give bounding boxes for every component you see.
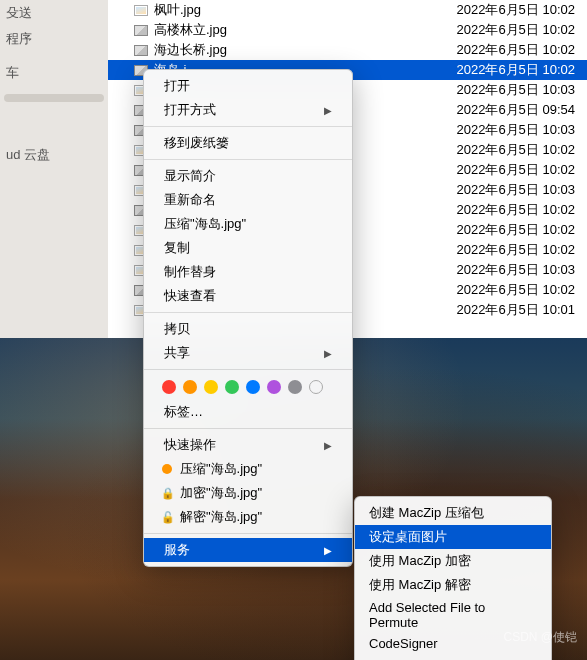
sidebar-item[interactable]: 车	[0, 60, 108, 86]
file-date: 2022年6月5日 10:02	[423, 21, 583, 39]
file-date: 2022年6月5日 10:03	[423, 81, 583, 99]
menu-duplicate[interactable]: 复制	[144, 236, 352, 260]
chevron-right-icon: ▶	[324, 105, 332, 116]
file-date: 2022年6月5日 10:02	[423, 221, 583, 239]
file-date: 2022年6月5日 10:02	[423, 1, 583, 19]
file-date: 2022年6月5日 10:02	[423, 201, 583, 219]
sidebar: 殳送 程序 车 ud 云盘	[0, 0, 108, 338]
context-menu: 打开 打开方式▶ 移到废纸篓 显示简介 重新命名 压缩"海岛.jpg" 复制 制…	[143, 69, 353, 567]
menu-qa-compress[interactable]: 压缩"海岛.jpg"	[144, 457, 352, 481]
menu-copy[interactable]: 拷贝	[144, 317, 352, 341]
file-date: 2022年6月5日 09:54	[423, 101, 583, 119]
sidebar-item[interactable]: 程序	[0, 26, 108, 52]
submenu-item[interactable]: 创建 MacZip 压缩包	[355, 501, 551, 525]
submenu-item[interactable]: 设定桌面图片	[355, 525, 551, 549]
unlock-icon: 🔓	[161, 511, 175, 524]
chevron-right-icon: ▶	[324, 348, 332, 359]
tag-color-circle[interactable]	[288, 380, 302, 394]
tag-color-circle[interactable]	[225, 380, 239, 394]
tags-row	[144, 374, 352, 400]
menu-open-with[interactable]: 打开方式▶	[144, 98, 352, 122]
menu-services[interactable]: 服务▶	[144, 538, 352, 562]
file-name: 高楼林立.jpg	[148, 21, 423, 39]
menu-quick-look[interactable]: 快速查看	[144, 284, 352, 308]
lock-icon: 🔒	[161, 487, 175, 500]
menu-rename[interactable]: 重新命名	[144, 188, 352, 212]
menu-separator	[144, 312, 352, 313]
submenu-item[interactable]: 使用 MacZip 加密	[355, 549, 551, 573]
menu-separator	[144, 369, 352, 370]
file-date: 2022年6月5日 10:02	[423, 281, 583, 299]
tag-color-circle[interactable]	[204, 380, 218, 394]
tag-color-circle[interactable]	[267, 380, 281, 394]
submenu-item[interactable]: Open URL with Downie	[355, 654, 551, 660]
sidebar-item-selected[interactable]	[4, 94, 104, 102]
tag-add-circle[interactable]	[309, 380, 323, 394]
file-date: 2022年6月5日 10:03	[423, 181, 583, 199]
menu-compress[interactable]: 压缩"海岛.jpg"	[144, 212, 352, 236]
file-name: 枫叶.jpg	[148, 1, 423, 19]
menu-get-info[interactable]: 显示简介	[144, 164, 352, 188]
file-row[interactable]: 高楼林立.jpg2022年6月5日 10:02	[108, 20, 587, 40]
menu-qa-encrypt[interactable]: 🔒加密"海岛.jpg"	[144, 481, 352, 505]
sidebar-item[interactable]	[0, 52, 108, 60]
dot-icon	[162, 464, 172, 474]
menu-tags[interactable]: 标签…	[144, 400, 352, 424]
menu-separator	[144, 126, 352, 127]
tag-color-circle[interactable]	[162, 380, 176, 394]
file-date: 2022年6月5日 10:03	[423, 261, 583, 279]
image-file-icon	[134, 25, 148, 36]
menu-separator	[144, 533, 352, 534]
sidebar-item[interactable]: 殳送	[0, 0, 108, 26]
tag-color-circle[interactable]	[183, 380, 197, 394]
menu-move-to-trash[interactable]: 移到废纸篓	[144, 131, 352, 155]
chevron-right-icon: ▶	[324, 545, 332, 556]
file-row[interactable]: 海边长桥.jpg2022年6月5日 10:02	[108, 40, 587, 60]
menu-share[interactable]: 共享▶	[144, 341, 352, 365]
file-date: 2022年6月5日 10:02	[423, 41, 583, 59]
file-date: 2022年6月5日 10:02	[423, 241, 583, 259]
menu-open[interactable]: 打开	[144, 74, 352, 98]
menu-make-alias[interactable]: 制作替身	[144, 260, 352, 284]
file-date: 2022年6月5日 10:01	[423, 301, 583, 319]
menu-separator	[144, 159, 352, 160]
submenu-item[interactable]: Add Selected File to Permute	[355, 597, 551, 633]
file-name: 海边长桥.jpg	[148, 41, 423, 59]
file-date: 2022年6月5日 10:02	[423, 161, 583, 179]
watermark: CSDN @使铠	[503, 629, 577, 646]
tag-color-circle[interactable]	[246, 380, 260, 394]
chevron-right-icon: ▶	[324, 440, 332, 451]
file-date: 2022年6月5日 10:02	[423, 61, 583, 79]
image-file-icon	[134, 45, 148, 56]
file-row[interactable]: 枫叶.jpg2022年6月5日 10:02	[108, 0, 587, 20]
menu-quick-actions[interactable]: 快速操作▶	[144, 433, 352, 457]
file-date: 2022年6月5日 10:03	[423, 121, 583, 139]
file-date: 2022年6月5日 10:02	[423, 141, 583, 159]
jpeg-file-icon	[134, 5, 148, 16]
sidebar-item[interactable]: ud 云盘	[0, 142, 108, 168]
menu-qa-decrypt[interactable]: 🔓解密"海岛.jpg"	[144, 505, 352, 529]
submenu-item[interactable]: 使用 MacZip 解密	[355, 573, 551, 597]
sidebar-item[interactable]	[0, 86, 108, 94]
menu-separator	[144, 428, 352, 429]
